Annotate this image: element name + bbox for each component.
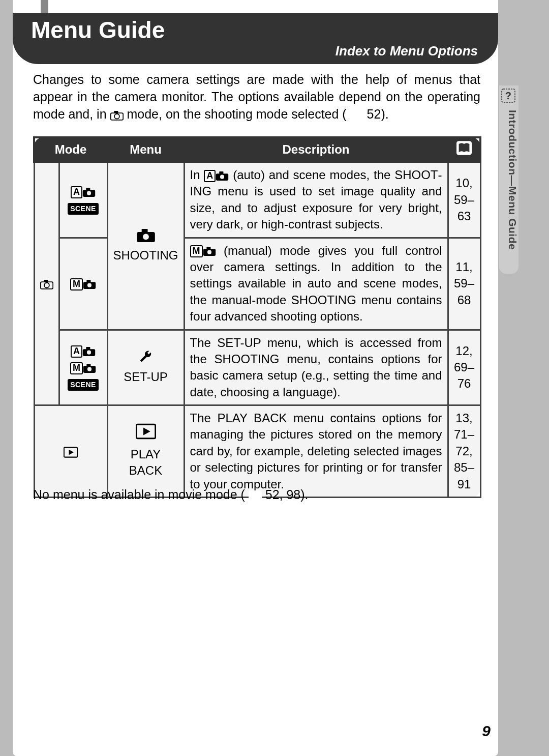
svg-point-2: [114, 114, 119, 119]
camera-icon: [216, 171, 229, 181]
help-icon: ?: [501, 89, 515, 103]
mode-group-camera-icon: [34, 162, 59, 405]
page-ref: 12, 69–76: [448, 330, 480, 405]
playback-icon: [136, 423, 156, 440]
svg-point-19: [87, 283, 92, 287]
svg-rect-27: [86, 364, 90, 366]
camera-icon: [136, 228, 156, 243]
description-cell: The PLAY BACK menu contains options for …: [184, 405, 448, 498]
intro-text-3: 52).: [367, 107, 389, 121]
auto-mode-icon: A: [71, 186, 82, 198]
menu-label: SHOOTING: [113, 248, 178, 262]
note-text-2: 52, 98).: [265, 487, 309, 502]
svg-point-25: [87, 351, 91, 355]
svg-rect-15: [220, 171, 224, 174]
camera-icon: [82, 346, 96, 357]
svg-point-10: [87, 191, 91, 195]
col-description: Description: [184, 137, 448, 162]
page-subtitle: Index to Menu Options: [336, 43, 478, 59]
description-cell: The SET-UP menu, which is accessed from …: [184, 330, 448, 405]
menu-label: SET-UP: [124, 370, 168, 384]
tab-notch: [41, 0, 48, 14]
svg-point-16: [220, 175, 224, 179]
svg-rect-6: [44, 280, 48, 282]
desc-text: (manual) mode gives you full control ove…: [190, 244, 442, 324]
camera-icon: [83, 363, 96, 373]
manual-mode-icon: M: [70, 362, 83, 374]
svg-point-13: [143, 234, 149, 240]
svg-rect-1: [114, 111, 118, 113]
svg-text:?: ?: [505, 90, 512, 101]
svg-marker-30: [69, 449, 74, 455]
col-mode: Mode: [34, 137, 107, 162]
menu-setup: SET-UP: [107, 330, 184, 405]
auto-mode-icon: A: [71, 345, 82, 358]
svg-point-22: [207, 250, 211, 254]
book-page-icon: [249, 488, 262, 503]
intro-paragraph: Changes to some camera settings are made…: [33, 71, 480, 124]
menu-playback: PLAY BACK: [107, 405, 184, 498]
table-header-row: Mode Menu Description: [34, 137, 480, 162]
mode-manual: M: [59, 238, 107, 330]
side-tab-label: Introduction—Menu Guide: [507, 110, 518, 250]
svg-marker-32: [143, 428, 150, 435]
manual-mode-icon: M: [190, 245, 203, 257]
page-title: Menu Guide: [31, 16, 480, 44]
intro-text-2: mode, on the shooting mode selected (: [127, 107, 346, 121]
page-number: 9: [482, 722, 491, 740]
mode-playback: [34, 405, 107, 498]
menu-guide-table: Mode Menu Description A SCENE SHOOTING I…: [33, 136, 481, 498]
svg-rect-18: [86, 280, 90, 282]
svg-rect-24: [86, 347, 90, 350]
table-row: A SCENE SHOOTING In A (auto) and scene m…: [34, 162, 480, 238]
section-side-tab: ? Introduction—Menu Guide: [499, 85, 518, 274]
page-ref: 10, 59–63: [448, 162, 480, 238]
wrench-icon: [138, 350, 154, 365]
mode-auto-scene: A SCENE: [59, 162, 107, 238]
table-row: PLAY BACK The PLAY BACK menu contains op…: [34, 405, 480, 498]
note-text-1: No menu is available in movie mode (: [33, 487, 245, 502]
description-cell: M (manual) mode gives you full control o…: [184, 238, 448, 330]
note-paragraph: No menu is available in movie mode ( 52,…: [33, 487, 309, 503]
manual-mode-icon: M: [70, 278, 83, 290]
svg-rect-21: [206, 247, 210, 249]
scene-mode-icon: SCENE: [68, 203, 99, 215]
table-row: M M (manual) mode gives you full control…: [34, 238, 480, 330]
camera-icon: [83, 279, 96, 289]
svg-point-28: [87, 367, 92, 371]
page-ref: 11, 59–68: [448, 238, 480, 330]
camera-icon: [110, 106, 124, 124]
auto-mode-icon: A: [204, 170, 216, 182]
playback-mode-icon: [64, 447, 78, 458]
scene-mode-icon: SCENE: [68, 379, 99, 391]
menu-shooting: SHOOTING: [107, 162, 184, 330]
svg-point-7: [44, 283, 49, 288]
description-cell: In A (auto) and scene modes, the SHOOT­I…: [184, 162, 448, 238]
page-ref: 13, 71–72, 85–91: [448, 405, 480, 498]
svg-rect-12: [141, 229, 147, 232]
desc-text: In: [190, 168, 204, 182]
col-page-ref-icon: [448, 137, 480, 162]
menu-label: PLAY BACK: [129, 447, 162, 477]
svg-rect-9: [86, 188, 90, 190]
table-row: A M SCENE SET-UP The SET-UP menu, which …: [34, 330, 480, 405]
camera-icon: [82, 187, 96, 197]
col-menu: Menu: [107, 137, 184, 162]
book-page-icon: [350, 106, 363, 124]
camera-icon: [203, 246, 216, 256]
title-bar: Menu Guide Index to Menu Options: [13, 13, 498, 64]
mode-auto-manual-scene: A M SCENE: [59, 330, 107, 405]
